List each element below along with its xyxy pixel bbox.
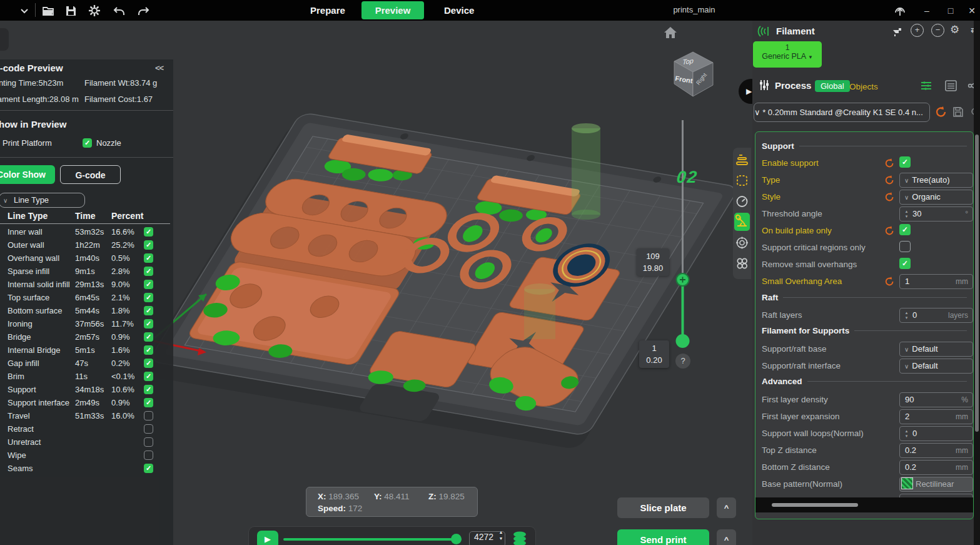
- scrollbar-thumb[interactable]: [975, 135, 979, 432]
- category-speed[interactable]: [734, 193, 750, 211]
- setting-input[interactable]: 0.2mm: [899, 460, 973, 475]
- setting-checkbox[interactable]: [899, 241, 911, 252]
- category-strength[interactable]: [734, 172, 750, 190]
- row-checkbox[interactable]: ✓: [144, 306, 153, 315]
- tab-prepare[interactable]: Prepare: [301, 1, 354, 19]
- vertical-scrollbar[interactable]: [974, 21, 980, 545]
- home-view-icon[interactable]: [663, 25, 678, 40]
- param-list-icon[interactable]: [920, 80, 932, 91]
- collapse-panel-button[interactable]: <<: [155, 63, 163, 73]
- category-others[interactable]: [734, 234, 750, 252]
- setting-spinner[interactable]: ▴▾ 0: [899, 426, 973, 441]
- row-checkbox[interactable]: ✓: [144, 253, 153, 263]
- reset-icon[interactable]: [884, 158, 896, 169]
- color-show-button[interactable]: Color Show: [0, 165, 55, 184]
- horizontal-scrollbar[interactable]: [755, 497, 973, 512]
- row-checkbox[interactable]: ✓: [144, 359, 153, 368]
- category-support[interactable]: [734, 213, 750, 231]
- spinner-arrows-icon[interactable]: ▴▾: [904, 310, 909, 320]
- setting-checkbox[interactable]: ✓: [899, 224, 911, 235]
- spinner-arrows-icon[interactable]: ▴▾: [904, 429, 909, 439]
- window-close-button[interactable]: ✕: [966, 4, 978, 17]
- undo-icon[interactable]: [113, 4, 126, 18]
- open-file-icon[interactable]: [41, 4, 55, 18]
- row-checkbox[interactable]: ✓: [144, 398, 153, 407]
- slice-plate-button[interactable]: Slice plate: [617, 497, 709, 518]
- setting-dropdown[interactable]: ∨Tree(auto): [899, 173, 973, 188]
- help-button[interactable]: ?: [675, 354, 690, 369]
- setting-dropdown[interactable]: ∨Default: [899, 342, 973, 357]
- setting-spinner[interactable]: ▴▾ 30 °: [899, 206, 973, 222]
- table-view-icon[interactable]: [945, 80, 957, 91]
- settings-gear-icon[interactable]: [88, 4, 101, 18]
- row-checkbox[interactable]: ✓: [144, 372, 153, 381]
- spinner-arrows-icon[interactable]: ▴▾: [904, 209, 909, 219]
- reset-icon[interactable]: [884, 191, 896, 203]
- step-input[interactable]: 4272 ▴ ▾: [469, 531, 505, 545]
- row-checkbox[interactable]: [144, 437, 153, 447]
- setting-input[interactable]: 1mm: [899, 274, 973, 289]
- row-checkbox[interactable]: ✓: [144, 345, 153, 355]
- setting-spinner[interactable]: ▴▾ 0 layers: [899, 308, 973, 323]
- tab-objects[interactable]: Objects: [849, 82, 878, 91]
- play-button[interactable]: ▶: [257, 531, 278, 545]
- filament-flush-icon[interactable]: [891, 25, 904, 38]
- tab-global[interactable]: Global: [815, 80, 850, 92]
- row-checkbox[interactable]: ✓: [144, 332, 153, 342]
- row-checkbox[interactable]: ✓: [144, 319, 153, 329]
- row-checkbox[interactable]: ✓: [144, 280, 153, 289]
- row-checkbox[interactable]: [144, 424, 153, 434]
- nozzle-checkbox[interactable]: ✓: [83, 138, 92, 148]
- gcode-view-button[interactable]: G-code: [60, 165, 121, 184]
- reset-icon[interactable]: [884, 175, 896, 186]
- setting-checkbox[interactable]: ✓: [899, 258, 911, 269]
- row-checkbox[interactable]: ✓: [144, 240, 153, 250]
- row-checkbox[interactable]: ✓: [144, 267, 153, 276]
- step-up-icon[interactable]: ▴: [500, 529, 502, 535]
- preset-selector[interactable]: ∨ * 0.20mm Standard @Creality K1 SE 0.4 …: [754, 103, 930, 122]
- reset-icon[interactable]: [884, 276, 896, 287]
- row-checkbox[interactable]: ✓: [144, 227, 153, 237]
- row-checkbox[interactable]: [144, 411, 153, 420]
- row-checkbox[interactable]: ✓: [144, 293, 153, 302]
- line-type-filter[interactable]: ∨ Line Type: [0, 193, 85, 208]
- orientation-cube[interactable]: Top Front Right: [667, 46, 719, 99]
- scrollbar-thumb[interactable]: [772, 503, 858, 507]
- window-maximize-button[interactable]: □: [944, 4, 957, 17]
- tab-device[interactable]: Device: [435, 1, 483, 19]
- category-advanced[interactable]: [734, 255, 750, 273]
- setting-checkbox[interactable]: ✓: [899, 156, 911, 168]
- save-file-icon[interactable]: [64, 4, 78, 18]
- row-checkbox[interactable]: [144, 451, 153, 460]
- left-drawer-handle[interactable]: [0, 28, 9, 51]
- step-down-icon[interactable]: ▾: [500, 536, 502, 541]
- setting-input[interactable]: 2mm: [899, 409, 973, 424]
- filament-slot-chip[interactable]: 1 Generic PLA ▼: [753, 41, 822, 68]
- reset-icon[interactable]: [884, 225, 896, 237]
- upload-cloud-icon[interactable]: [893, 4, 907, 18]
- filament-settings-gear-icon[interactable]: ⚙: [950, 23, 959, 36]
- preset-save-icon[interactable]: [952, 106, 964, 118]
- category-quality[interactable]: [734, 151, 750, 169]
- layers-icon[interactable]: [512, 530, 528, 545]
- setting-pattern-dropdown[interactable]: Rectilinear: [899, 477, 973, 492]
- window-minimize-button[interactable]: –: [921, 4, 933, 17]
- setting-input[interactable]: 90%: [899, 392, 973, 407]
- setting-dropdown[interactable]: ∨Organic: [899, 190, 973, 205]
- add-filament-icon[interactable]: +: [911, 24, 924, 37]
- timeline-slider[interactable]: [283, 538, 462, 541]
- setting-input[interactable]: 0.2mm: [899, 443, 973, 458]
- send-options-button[interactable]: ^: [717, 529, 736, 545]
- setting-dropdown[interactable]: ∨Default: [899, 359, 973, 374]
- col-header-percent: Percent: [111, 211, 143, 221]
- tab-preview[interactable]: Preview: [361, 1, 424, 19]
- timeline-slider-thumb[interactable]: [451, 534, 462, 544]
- send-print-button[interactable]: Send print: [617, 529, 709, 545]
- redo-icon[interactable]: [136, 4, 150, 18]
- row-checkbox[interactable]: ✓: [144, 385, 153, 394]
- row-checkbox[interactable]: ✓: [144, 464, 153, 473]
- preset-reset-icon[interactable]: [935, 106, 947, 118]
- remove-filament-icon[interactable]: −: [931, 24, 944, 37]
- slice-options-button[interactable]: ^: [717, 497, 736, 518]
- menu-chevron-icon[interactable]: [18, 4, 31, 18]
